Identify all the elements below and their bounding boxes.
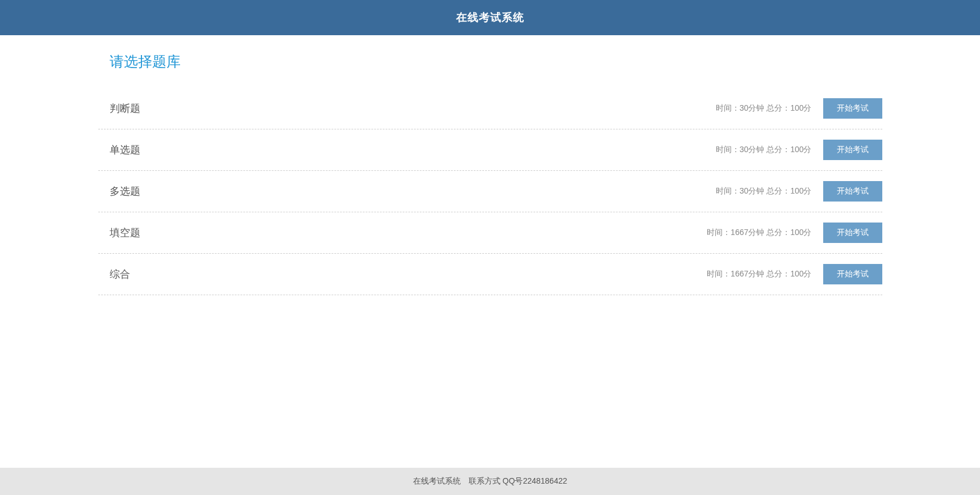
exam-meta: 时间：1667分钟 总分：100分	[707, 228, 811, 238]
header-title: 在线考试系统	[456, 11, 524, 23]
start-exam-button[interactable]: 开始考试	[823, 98, 882, 119]
exam-meta: 时间：1667分钟 总分：100分	[707, 269, 811, 279]
exam-name: 判断题	[98, 102, 140, 115]
exam-meta: 时间：30分钟 总分：100分	[716, 186, 812, 196]
exam-name: 多选题	[98, 184, 140, 198]
exam-name: 综合	[98, 267, 130, 281]
start-exam-button[interactable]: 开始考试	[823, 181, 882, 202]
exam-meta: 时间：30分钟 总分：100分	[716, 103, 812, 114]
exam-row: 填空题时间：1667分钟 总分：100分开始考试	[98, 212, 882, 254]
main-container: 请选择题库 判断题时间：30分钟 总分：100分开始考试单选题时间：30分钟 总…	[87, 35, 894, 468]
page-title: 请选择题库	[110, 52, 882, 71]
exam-row-right: 时间：1667分钟 总分：100分开始考试	[707, 264, 882, 284]
header-bar: 在线考试系统	[0, 0, 980, 35]
exam-row: 判断题时间：30分钟 总分：100分开始考试	[98, 88, 882, 129]
exam-list: 判断题时间：30分钟 总分：100分开始考试单选题时间：30分钟 总分：100分…	[98, 88, 882, 295]
exam-row-right: 时间：30分钟 总分：100分开始考试	[716, 140, 882, 160]
exam-row-right: 时间：30分钟 总分：100分开始考试	[716, 181, 882, 202]
exam-name: 填空题	[98, 226, 140, 240]
start-exam-button[interactable]: 开始考试	[823, 264, 882, 284]
exam-row: 综合时间：1667分钟 总分：100分开始考试	[98, 254, 882, 295]
footer-text: 在线考试系统 联系方式 QQ号2248186422	[413, 476, 568, 485]
exam-row-right: 时间：1667分钟 总分：100分开始考试	[707, 223, 882, 243]
footer-bar: 在线考试系统 联系方式 QQ号2248186422	[0, 468, 980, 495]
exam-row: 多选题时间：30分钟 总分：100分开始考试	[98, 171, 882, 212]
exam-row-right: 时间：30分钟 总分：100分开始考试	[716, 98, 882, 119]
exam-meta: 时间：30分钟 总分：100分	[716, 145, 812, 155]
exam-name: 单选题	[98, 143, 140, 157]
exam-row: 单选题时间：30分钟 总分：100分开始考试	[98, 129, 882, 171]
start-exam-button[interactable]: 开始考试	[823, 140, 882, 160]
start-exam-button[interactable]: 开始考试	[823, 223, 882, 243]
